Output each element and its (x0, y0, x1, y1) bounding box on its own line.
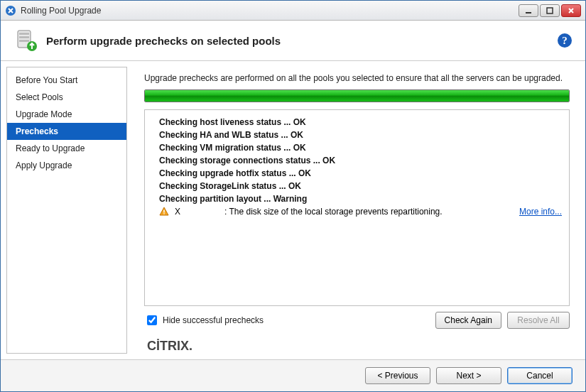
maximize-button[interactable] (540, 4, 560, 17)
svg-rect-2 (547, 8, 553, 13)
hide-successful-text: Hide successful prechecks (163, 315, 264, 325)
more-info-link[interactable]: More info... (519, 207, 562, 217)
svg-rect-6 (19, 40, 29, 42)
wizard-body: Before You StartSelect PoolsUpgrade Mode… (1, 61, 585, 359)
previous-button[interactable]: < Previous (365, 367, 430, 384)
precheck-line: Checking host liveness status ... OK (152, 116, 562, 129)
warning-message: : The disk size of the local storage pre… (224, 207, 519, 217)
sidebar-item-select-pools[interactable]: Select Pools (7, 89, 126, 106)
progress-bar-fill (145, 90, 569, 102)
precheck-line: Checking storage connections status ... … (152, 154, 562, 167)
prechecks-panel: Upgrade prechecks are performed on all t… (134, 67, 580, 336)
precheck-warning-row: X: The disk size of the local storage pr… (152, 205, 562, 218)
app-icon (5, 5, 16, 16)
hide-successful-checkbox[interactable] (147, 315, 157, 325)
server-upgrade-icon (13, 28, 39, 53)
minimize-button[interactable] (519, 4, 538, 17)
resolve-all-button[interactable]: Resolve All (507, 312, 570, 329)
check-again-button[interactable]: Check Again (435, 312, 501, 329)
wizard-header: Perform upgrade prechecks on selected po… (1, 21, 585, 61)
svg-rect-10 (163, 210, 164, 213)
wizard-header-title: Perform upgrade prechecks on selected po… (46, 35, 557, 47)
progress-bar (144, 89, 570, 102)
warning-host: X (175, 207, 224, 217)
close-button[interactable] (561, 4, 581, 17)
wizard-footer: < Previous Next > Cancel (1, 359, 585, 391)
sidebar-item-prechecks[interactable]: Prechecks (7, 123, 126, 140)
brand-row: CİTRIX. (134, 336, 580, 354)
precheck-line: Checking upgrade hotfix status ... OK (152, 167, 562, 180)
precheck-line: Checking HA and WLB status ... OK (152, 129, 562, 141)
wizard-sidebar: Before You StartSelect PoolsUpgrade Mode… (6, 67, 127, 354)
sidebar-item-ready-to-upgrade[interactable]: Ready to Upgrade (7, 140, 126, 157)
svg-rect-5 (19, 36, 29, 38)
help-icon[interactable]: ? (557, 33, 573, 48)
sidebar-item-apply-upgrade[interactable]: Apply Upgrade (7, 157, 126, 174)
sidebar-item-before-you-start[interactable]: Before You Start (7, 72, 126, 89)
wizard-content: Upgrade prechecks are performed on all t… (134, 67, 580, 354)
warning-icon (159, 207, 169, 217)
precheck-line: Checking partition layout ... Warning (152, 192, 562, 205)
prechecks-footer: Hide successful prechecks Check Again Re… (144, 312, 570, 329)
cancel-button[interactable]: Cancel (507, 367, 573, 384)
next-button[interactable]: Next > (436, 367, 501, 384)
svg-rect-4 (19, 33, 29, 35)
svg-rect-11 (163, 213, 164, 214)
hide-successful-checkbox-label[interactable]: Hide successful prechecks (144, 313, 430, 327)
precheck-line: Checking VM migration status ... OK (152, 141, 562, 154)
titlebar: Rolling Pool Upgrade (1, 1, 585, 21)
window-title: Rolling Pool Upgrade (21, 6, 519, 16)
svg-text:?: ? (562, 35, 568, 46)
prechecks-description: Upgrade prechecks are performed on all t… (144, 72, 570, 84)
sidebar-item-upgrade-mode[interactable]: Upgrade Mode (7, 106, 126, 123)
citrix-logo: CİTRIX. (147, 339, 192, 354)
window-controls (519, 4, 581, 17)
rolling-pool-upgrade-window: Rolling Pool Upgrade Perform upgrade pre… (0, 0, 586, 392)
prechecks-results-list: Checking host liveness status ... OKChec… (144, 109, 570, 306)
precheck-line: Checking StorageLink status ... OK (152, 180, 562, 192)
